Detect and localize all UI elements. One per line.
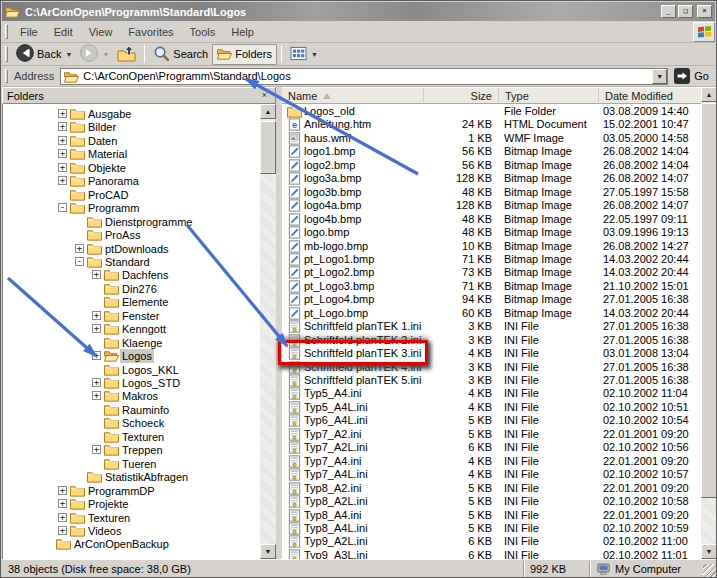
tree-item-daten[interactable]: +Daten (3, 134, 260, 148)
go-button[interactable]: Go (674, 68, 709, 84)
column-header-size[interactable]: Size (424, 87, 499, 104)
expand-icon[interactable]: + (92, 270, 101, 279)
table-row[interactable]: pt_Logo4.bmp94 KBBitmap Image27.01.2005 … (282, 293, 702, 307)
table-row[interactable]: Typ7_A4.ini4 KBINI File22.01.2001 09:20 (282, 455, 702, 469)
menu-item-favorites[interactable]: Favorites (120, 24, 181, 40)
tree-item-klaenge[interactable]: Klaenge (3, 336, 260, 350)
expand-icon[interactable]: + (92, 445, 101, 454)
collapse-icon[interactable]: - (58, 203, 67, 212)
expand-icon[interactable]: + (58, 109, 67, 118)
expand-icon[interactable]: + (58, 499, 67, 508)
tree-item-din276[interactable]: Din276 (3, 282, 260, 296)
toolbar-grip[interactable] (5, 24, 8, 39)
list-scrollbar[interactable]: ▲ ▼ (701, 87, 717, 559)
table-row[interactable]: Typ7_A4L.ini4 KBINI File02.10.2002 10:57 (282, 468, 702, 482)
table-row[interactable]: logo4a.bmp128 KBBitmap Image26.08.2002 1… (282, 199, 702, 213)
table-row[interactable]: Schriftfeld planTEK 3.ini4 KBINI File03.… (282, 347, 702, 361)
table-row[interactable]: Typ5_A4.ini4 KBINI File02.10.2002 11:04 (282, 387, 702, 401)
tree-item-proass[interactable]: ProAss (3, 228, 260, 242)
table-row[interactable]: eAnleitung.htm24 KBHTML Document15.02.20… (282, 118, 702, 132)
chevron-down-icon[interactable]: ▼ (65, 51, 72, 58)
menu-item-edit[interactable]: Edit (46, 24, 81, 40)
scroll-down-icon[interactable]: ▼ (701, 544, 717, 559)
expand-icon[interactable]: + (75, 244, 84, 253)
table-row[interactable]: logo3b.bmp48 KBBitmap Image27.05.1997 15… (282, 186, 702, 200)
resize-grip[interactable] (703, 564, 716, 577)
tree-item-elemente[interactable]: Elemente (3, 295, 260, 309)
column-header-date[interactable]: Date Modified (599, 87, 694, 104)
tree-item-procad[interactable]: ProCAD (3, 188, 260, 202)
table-row[interactable]: Typ7_A2.ini5 KBINI File22.01.2001 09:20 (282, 428, 702, 442)
table-row[interactable]: Typ5_A4L.ini4 KBINI File02.10.2002 10:51 (282, 401, 702, 415)
expand-icon[interactable]: + (58, 122, 67, 131)
expand-icon[interactable]: + (58, 176, 67, 185)
views-button[interactable]: ▼ (286, 44, 322, 65)
table-row[interactable]: haus.wmf1 KBWMF Image03.05.2000 14:58 (282, 132, 702, 146)
tree-item-standard[interactable]: -Standard (3, 255, 260, 269)
table-row[interactable]: logo3a.bmp128 KBBitmap Image26.08.2002 1… (282, 172, 702, 186)
menu-item-help[interactable]: Help (223, 24, 262, 40)
maximize-button[interactable]: ❏ (678, 5, 693, 18)
table-row[interactable]: pt_Logo2.bmp73 KBBitmap Image14.03.2002 … (282, 266, 702, 280)
table-row[interactable]: logo2.bmp56 KBBitmap Image26.08.2002 14:… (282, 159, 702, 173)
table-row[interactable]: Typ9_A2L.ini6 KBINI File02.10.2002 11:00 (282, 535, 702, 549)
tree-item-programmdp[interactable]: +ProgrammDP (3, 484, 260, 498)
tree-item-logos_kkl[interactable]: Logos_KKL (3, 363, 260, 377)
tree-item-statistikabfragen[interactable]: StatistikAbfragen (3, 470, 260, 484)
tree-item-material[interactable]: +Material (3, 147, 260, 161)
table-row[interactable]: logo4b.bmp48 KBBitmap Image22.05.1997 09… (282, 213, 702, 227)
tree-item-panorama[interactable]: +Panorama (3, 174, 260, 188)
table-row[interactable]: pt_Logo3.bmp71 KBBitmap Image21.10.2002 … (282, 280, 702, 294)
table-row[interactable]: pt_Logo1.bmp71 KBBitmap Image14.03.2002 … (282, 253, 702, 267)
table-row[interactable]: pt_Logo.bmp60 KBBitmap Image14.03.2002 2… (282, 307, 702, 321)
table-row[interactable]: logo1.bmp56 KBBitmap Image26.08.2002 14:… (282, 145, 702, 159)
tree-item-rauminfo[interactable]: Rauminfo (3, 403, 260, 417)
tree-item-programm[interactable]: -Programm (3, 201, 260, 215)
table-row[interactable]: Logos_oldFile Folder03.08.2009 14:40 (282, 105, 702, 119)
table-row[interactable]: Typ6_A4L.ini5 KBINI File02.10.2002 10:54 (282, 414, 702, 428)
menu-item-view[interactable]: View (81, 24, 121, 40)
tree-item-schoeck[interactable]: Schoeck (3, 416, 260, 430)
tree-item-bilder[interactable]: +Bilder (3, 120, 260, 134)
tree-item-treppen[interactable]: +Treppen (3, 443, 260, 457)
expand-icon[interactable]: + (92, 311, 101, 320)
tree-item-ptdownloads[interactable]: +ptDownloads (3, 242, 260, 256)
tree-item-arconopenbackup[interactable]: ArConOpenBackup (3, 537, 260, 551)
tree-item-projekte[interactable]: +Projekte (3, 497, 260, 511)
scroll-up-icon[interactable]: ▲ (260, 104, 276, 119)
expand-icon[interactable]: + (58, 486, 67, 495)
expand-icon[interactable]: + (92, 378, 101, 387)
chevron-down-icon[interactable]: ▼ (311, 51, 318, 58)
table-row[interactable]: Typ9_A3L.ini6 KBINI File02.10.2002 11:01 (282, 549, 702, 559)
table-row[interactable]: Typ8_A2L.ini5 KBINI File02.10.2002 10:58 (282, 495, 702, 509)
expand-icon[interactable]: + (92, 324, 101, 333)
tree-item-texturen[interactable]: +Texturen (3, 511, 260, 525)
table-row[interactable]: logo.bmp48 KBBitmap Image03.09.1996 19:1… (282, 226, 702, 240)
table-row[interactable]: Schriftfeld planTEK 5.ini3 KBINI File27.… (282, 374, 702, 388)
folders-button[interactable]: Folders (212, 44, 277, 65)
tree-scrollbar[interactable]: ▲ ▼ (260, 104, 276, 559)
table-row[interactable]: mb-logo.bmp10 KBBitmap Image26.08.2002 1… (282, 240, 702, 254)
expand-icon[interactable]: + (58, 513, 67, 522)
tree-item-dachfens[interactable]: +Dachfens (3, 268, 260, 282)
list-scrollbar-thumb[interactable] (701, 103, 717, 498)
minimize-button[interactable]: _ (661, 5, 676, 18)
tree-item-logos_std[interactable]: +Logos_STD (3, 376, 260, 390)
scroll-up-icon[interactable]: ▲ (701, 87, 717, 102)
expand-icon[interactable]: + (92, 391, 101, 400)
close-icon[interactable]: × (258, 89, 271, 102)
tree-item-tueren[interactable]: Tueren (3, 457, 260, 471)
table-row[interactable]: Typ8_A2.ini5 KBINI File22.01.2001 09:20 (282, 482, 702, 496)
tree-item-texturen[interactable]: Texturen (3, 430, 260, 444)
toolbar-grip[interactable] (5, 69, 8, 83)
table-row[interactable]: Schriftfeld planTEK 4.ini3 KBINI File27.… (282, 361, 702, 375)
search-button[interactable]: Search (149, 44, 212, 65)
up-button[interactable] (113, 44, 140, 65)
tree-item-dienstprogramme[interactable]: Dienstprogramme (3, 215, 260, 229)
close-button[interactable]: ✕ (697, 5, 712, 18)
expand-icon[interactable]: + (58, 149, 67, 158)
scroll-down-icon[interactable]: ▼ (260, 544, 276, 559)
tree-item-objekte[interactable]: +Objekte (3, 161, 260, 175)
forward-button[interactable]: ▼ (76, 44, 113, 65)
table-row[interactable]: Typ8_A4L.ini5 KBINI File02.10.2002 10:59 (282, 522, 702, 536)
